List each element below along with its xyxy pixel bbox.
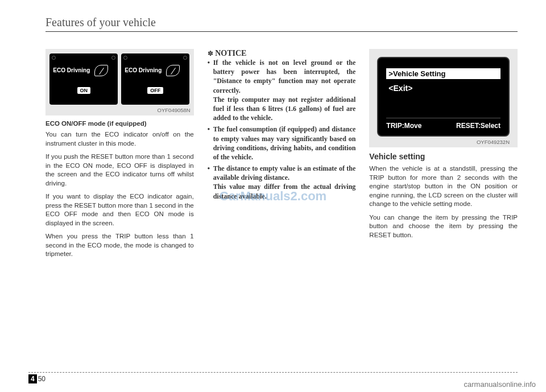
column-3: >Vehicle Setting <Exit> TRIP:Move RESET:… bbox=[369, 49, 518, 263]
column-1: ECO Drivning ON ECO Drivning OFF OYF0490… bbox=[46, 49, 194, 263]
paragraph: If you push the RESET button more than 1… bbox=[46, 152, 194, 188]
notice-heading: ✽ NOTICE bbox=[208, 49, 356, 58]
menu-selected: >Vehicle Setting bbox=[386, 68, 500, 79]
paragraph: You can turn the ECO indicator on/off on… bbox=[46, 130, 194, 148]
content-columns: ECO Drivning ON ECO Drivning OFF OYF0490… bbox=[46, 49, 518, 263]
vehicle-setting-heading: Vehicle setting bbox=[369, 152, 518, 161]
notice-label: NOTICE bbox=[215, 49, 246, 57]
figure-code: OYF049232N bbox=[377, 139, 510, 145]
notice-item: The distance to empty value is an estima… bbox=[213, 164, 356, 201]
page-no: 50 bbox=[38, 375, 46, 383]
figure-code: OYF049058N bbox=[49, 107, 191, 113]
leaf-icon bbox=[166, 65, 180, 76]
leaf-icon bbox=[94, 65, 108, 76]
vehicle-setting-figure: >Vehicle Setting <Exit> TRIP:Move RESET:… bbox=[369, 49, 518, 147]
eco-figure: ECO Drivning ON ECO Drivning OFF OYF0490… bbox=[46, 49, 194, 115]
notice-list: If the vehicle is not on level ground or… bbox=[208, 58, 356, 201]
on-badge: ON bbox=[77, 87, 91, 94]
eco-on-screen: ECO Drivning ON bbox=[49, 53, 118, 105]
paragraph: You can change the item by pressing the … bbox=[369, 213, 518, 240]
page-header: Features of your vehicle bbox=[46, 16, 518, 29]
source-site: carmanualsonline.info bbox=[464, 380, 536, 389]
menu-prompts: TRIP:Move RESET:Select bbox=[386, 118, 500, 130]
header-rule bbox=[46, 31, 518, 32]
page-number: 450 bbox=[28, 375, 518, 383]
menu-exit: <Exit> bbox=[386, 82, 500, 94]
notice-dingbat: ✽ bbox=[208, 49, 213, 57]
paragraph: If you want to display the ECO indicator… bbox=[46, 192, 194, 228]
lcd-screen: >Vehicle Setting <Exit> TRIP:Move RESET:… bbox=[377, 57, 510, 137]
section-number: 4 bbox=[28, 374, 37, 383]
paragraph: When the vehicle is at a standstill, pre… bbox=[369, 164, 518, 209]
column-2: ✽ NOTICE If the vehicle is not on level … bbox=[208, 49, 356, 263]
manual-page: Features of your vehicle ECO Drivning ON bbox=[0, 0, 546, 392]
notice-item: If the vehicle is not on level ground or… bbox=[213, 58, 356, 122]
off-badge: OFF bbox=[147, 87, 163, 94]
footer-rule bbox=[28, 372, 518, 373]
trip-prompt: TRIP:Move bbox=[386, 122, 421, 130]
reset-prompt: RESET:Select bbox=[456, 122, 500, 130]
page-footer: 450 bbox=[28, 372, 518, 383]
eco-heading: ECO ON/OFF mode (if equipped) bbox=[46, 120, 194, 127]
notice-item: The fuel consumption (if equipped) and d… bbox=[213, 125, 356, 162]
eco-text: ECO Drivning bbox=[125, 67, 162, 73]
eco-off-screen: ECO Drivning OFF bbox=[121, 53, 189, 105]
paragraph: When you press the TRIP button less than… bbox=[46, 232, 194, 259]
eco-text: ECO Drivning bbox=[53, 67, 90, 73]
